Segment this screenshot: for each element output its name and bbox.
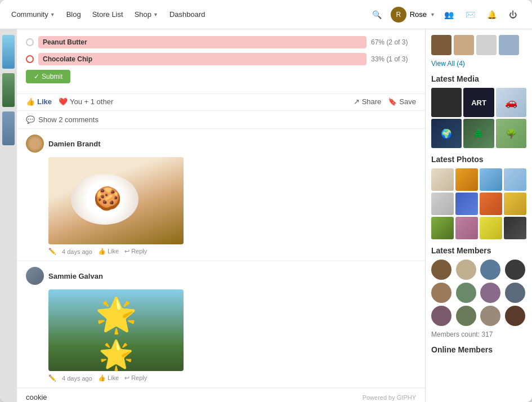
photo-11[interactable] [480,217,502,239]
nav-community[interactable]: Community ▼ [11,10,55,19]
photo-6[interactable] [455,193,478,215]
heart-reaction[interactable]: ❤️ You + 1 other [59,97,113,106]
latest-media-title: Latest Media [431,74,526,83]
checkmark-icon: ✓ [34,73,39,81]
poll-radio-2[interactable] [26,55,34,63]
giphy-section: cookie Powered by GIPHY ‹ 🍪 🍪 🍪 🍪 🍪 🍪 🍪 … [17,388,425,402]
photo-3[interactable] [480,168,502,191]
photo-2[interactable] [455,168,478,191]
member-avatar-12[interactable] [505,306,525,326]
poll-section: Peanut Butter 67% (2 of 3) Chocolate Chi… [17,29,425,94]
comment-image-1 [48,157,184,244]
comment-reply-2[interactable]: ↩ Reply [124,374,147,382]
photo-4[interactable] [504,168,526,191]
member-avatar-6[interactable] [456,283,476,303]
photo-1[interactable] [431,168,454,191]
nav-blog[interactable]: Blog [66,10,81,19]
poll-stat-1: 67% (2 of 3) [371,38,416,46]
chevron-down-icon-2: ▼ [153,12,158,17]
poll-option-label-2: Chocolate Chip [43,55,92,63]
like-button[interactable]: 👍 Like [26,97,52,106]
power-icon[interactable]: ⏻ [505,7,521,23]
save-button[interactable]: 🔖 Save [388,97,416,106]
edit-icon-2: ✏️ [48,374,56,382]
member-avatar-7[interactable] [480,283,500,303]
photo-10[interactable] [455,217,478,239]
photo-12[interactable] [504,217,526,239]
reply-icon: ↩ [124,248,129,254]
nav-dashboard[interactable]: Dashboard [169,10,205,19]
top-avatar-1 [431,35,451,55]
search-button[interactable]: 🔍 [369,7,385,23]
nav-store-list[interactable]: Store List [92,10,123,19]
heart-icon: ❤️ [59,97,68,106]
share-icon: ↗ [354,97,360,106]
thumbs-up-icon-small-2: 👍 [98,374,106,381]
media-thumb-6[interactable]: 🌳 [496,119,526,148]
giphy-header: cookie Powered by GIPHY [26,393,416,401]
heart-label: You + 1 other [70,97,113,106]
bookmark-icon: 🔖 [388,97,397,106]
member-avatar-5[interactable] [431,283,451,303]
photo-7[interactable] [480,193,502,215]
poll-bar-choco: Chocolate Chip [38,53,366,65]
member-avatar-4[interactable] [505,260,525,280]
messages-icon[interactable]: ✉️ [462,7,478,23]
comment-bubble-icon: 💬 [26,115,35,124]
notifications-icon[interactable]: 🔔 [484,7,499,23]
comment-image-2: 🌟 [48,289,184,371]
comment-header-1: Damien Brandt [26,135,416,153]
user-menu[interactable]: R Rose ▼ [391,7,435,23]
comment-reply-1[interactable]: ↩ Reply [124,248,147,255]
photos-grid [431,168,526,239]
poll-radio-1[interactable] [26,38,34,46]
friends-icon[interactable]: 👥 [441,7,457,23]
members-count: Members count: 317 [431,330,526,338]
comment-item-2: Sammie Galvan 🌟 ✏️ 4 days ago 👍 Like ↩ R… [17,261,425,388]
member-avatar-10[interactable] [456,306,476,326]
poll-option-label-1: Peanut Butter [43,38,87,46]
photo-5[interactable] [431,193,454,215]
member-avatar-8[interactable] [505,283,525,303]
nav-shop[interactable]: Shop ▼ [135,10,158,19]
comment-avatar-1 [26,135,44,153]
member-avatar-2[interactable] [456,260,476,280]
members-grid [431,260,526,326]
media-thumb-5[interactable]: 🌲 [463,119,494,148]
member-avatar-3[interactable] [480,260,500,280]
comment-actions-2: ✏️ 4 days ago 👍 Like ↩ Reply [48,374,416,382]
edit-icon: ✏️ [48,248,56,255]
media-thumb-1[interactable] [431,88,462,117]
top-avatar-3 [476,35,497,55]
view-all-link[interactable]: View All (4) [431,60,526,68]
media-thumb-4[interactable]: 🌍 [431,119,462,148]
giphy-search-label: cookie [26,393,47,401]
member-avatar-11[interactable] [480,306,500,326]
media-thumb-3[interactable]: 🚗 [496,88,526,117]
poll-bar-fill-choco: Chocolate Chip [38,53,366,65]
poll-bar-fill-peanut: Peanut Butter [38,36,366,48]
left-strip [0,29,17,402]
photo-8[interactable] [504,193,526,215]
right-sidebar: View All (4) Latest Media ART 🚗 🌍 🌲 🌳 La… [425,29,532,402]
show-comments-button[interactable]: 💬 Show 2 comments [17,111,425,129]
main-feed: Peanut Butter 67% (2 of 3) Chocolate Chi… [17,29,425,402]
member-avatar-9[interactable] [431,306,451,326]
submit-button[interactable]: ✓ Submit [26,70,70,83]
comment-user-2: Sammie Galvan [48,272,103,280]
chevron-down-icon: ▼ [50,12,55,17]
member-avatar-1[interactable] [431,260,451,280]
navbar: Community ▼ Blog Store List Shop ▼ Dashb… [0,0,532,29]
media-thumb-2[interactable]: ART [463,88,494,117]
username-label: Rose [410,10,427,19]
thumbs-up-icon-small: 👍 [98,248,106,254]
photo-9[interactable] [431,217,454,239]
share-button[interactable]: ↗ Share [354,97,382,106]
user-chevron-icon: ▼ [430,12,435,17]
comment-like-2[interactable]: 👍 Like [98,374,119,382]
media-grid: ART 🚗 🌍 🌲 🌳 [431,88,526,148]
comment-like-1[interactable]: 👍 Like [98,248,119,255]
comment-item-1: Damien Brandt ✏️ 4 days ago 👍 Like ↩ Rep… [17,129,425,261]
comment-avatar-2 [26,267,44,285]
poll-option-1: Peanut Butter 67% (2 of 3) [26,36,416,48]
